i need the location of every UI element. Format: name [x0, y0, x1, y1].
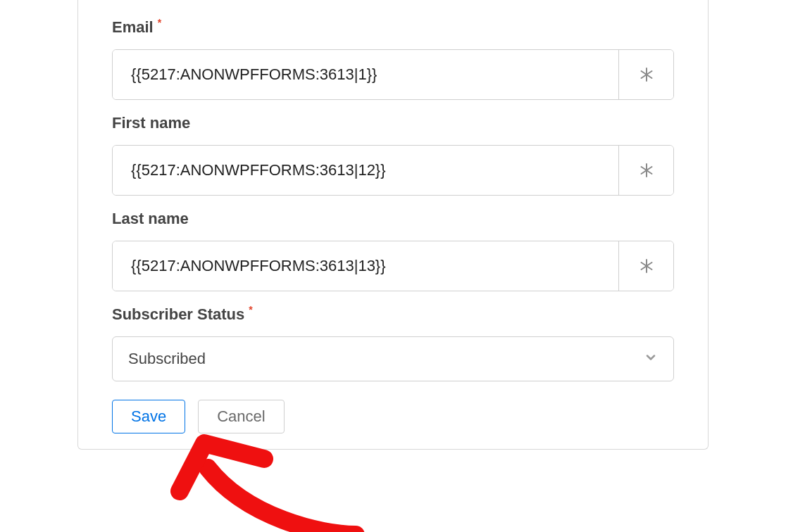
asterisk-icon: [638, 162, 655, 179]
form-actions: Save Cancel: [112, 400, 674, 433]
email-field-block: Email *: [112, 0, 674, 100]
form-panel: Email * First name: [77, 0, 709, 450]
last-name-input-row: [112, 241, 674, 291]
subscriber-status-select[interactable]: Subscribed: [112, 336, 674, 381]
asterisk-icon: [638, 66, 655, 83]
required-indicator: *: [249, 304, 252, 315]
email-token-button[interactable]: [618, 50, 673, 99]
subscriber-status-label-text: Subscriber Status: [112, 305, 244, 324]
first-name-field-block: First name: [112, 114, 674, 196]
required-indicator: *: [158, 17, 161, 28]
cancel-button[interactable]: Cancel: [198, 400, 284, 433]
save-button[interactable]: Save: [112, 400, 185, 433]
last-name-label: Last name: [112, 210, 674, 228]
last-name-label-text: Last name: [112, 210, 189, 228]
last-name-input[interactable]: [113, 241, 618, 291]
first-name-label-text: First name: [112, 114, 190, 132]
email-input-row: [112, 49, 674, 100]
chevron-down-icon: [644, 350, 658, 367]
last-name-field-block: Last name: [112, 210, 674, 291]
subscriber-status-field-block: Subscriber Status * Subscribed: [112, 305, 674, 381]
subscriber-status-label: Subscriber Status *: [112, 305, 674, 324]
email-label: Email *: [112, 18, 674, 37]
first-name-label: First name: [112, 114, 674, 132]
subscriber-status-value: Subscribed: [128, 350, 206, 368]
first-name-token-button[interactable]: [618, 146, 673, 195]
first-name-input[interactable]: [113, 146, 618, 195]
last-name-token-button[interactable]: [618, 241, 673, 291]
first-name-input-row: [112, 145, 674, 196]
asterisk-icon: [638, 258, 655, 274]
email-input[interactable]: [113, 50, 618, 99]
email-label-text: Email: [112, 18, 154, 37]
